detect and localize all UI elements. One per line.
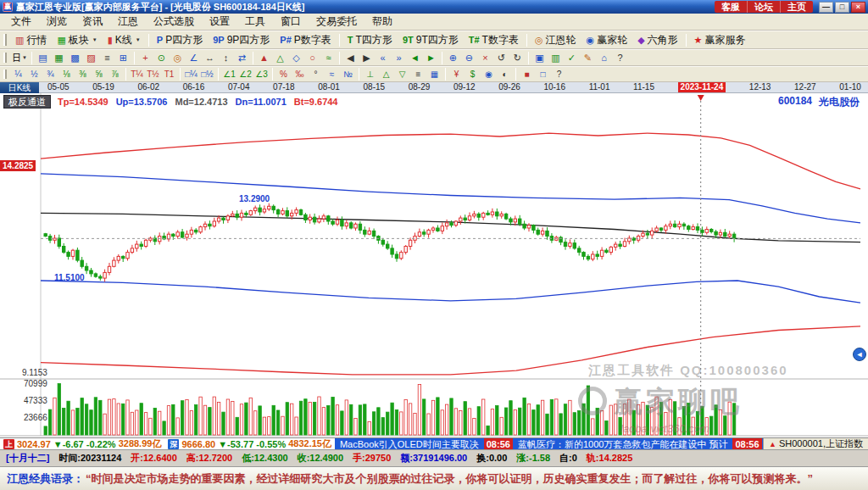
menu-item[interactable]: 江恩 [110, 13, 146, 31]
tool-icon-button[interactable]: ✓ ▼ [564, 51, 580, 65]
close-button[interactable]: × [851, 2, 865, 13]
current-symbol[interactable]: ▲ SH000001,上证指数 [763, 438, 868, 449]
toolbar-button[interactable]: T T四方形 ▼ [342, 32, 398, 48]
menu-item[interactable]: 工具 [237, 13, 273, 31]
quick-link[interactable]: 论坛 [748, 1, 781, 13]
toolbar-button[interactable]: ▦ 板块 ▼ [52, 32, 102, 48]
quick-link[interactable]: 客服 [715, 1, 748, 13]
toolbar-button[interactable]: T# T数字表 ▼ [464, 32, 524, 48]
news-item[interactable]: MacBook引入OLED时间主要取决 [335, 438, 484, 449]
tool-icon-button[interactable]: ▩ ▼ [67, 51, 83, 65]
tool-icon-button[interactable]: ⊕ ▼ [445, 51, 461, 65]
tool-icon-button[interactable]: ◇ ▼ [288, 51, 304, 65]
tool-icon-button[interactable]: ≈ ▼ [324, 68, 340, 81]
tool-icon-button[interactable]: □¼ ▼ [183, 68, 199, 81]
tool-icon-button[interactable]: ∠1 ▼ [221, 68, 237, 81]
tool-icon-button[interactable]: ⊞ ▼ [115, 51, 131, 65]
tool-icon-button[interactable]: ? ▼ [612, 51, 628, 65]
tool-icon-button[interactable]: ► ▼ [423, 51, 439, 65]
tool-icon-button[interactable]: ↺ ▼ [493, 51, 509, 65]
tool-icon-button[interactable]: ⅛ ▼ [58, 68, 75, 81]
tool-icon-button[interactable]: ↕ ▼ [218, 51, 234, 65]
tool-icon-button[interactable]: ◄ ▼ [407, 51, 423, 65]
tool-icon-button[interactable]: ↔ ▼ [202, 51, 218, 65]
toolbar-button[interactable]: 9T 9T四方形 ▼ [398, 32, 464, 48]
tool-icon-button[interactable]: ? ▼ [551, 68, 567, 81]
tool-icon-button[interactable]: ⅝ ▼ [91, 68, 107, 81]
tool-icon-button[interactable]: △ ▼ [272, 51, 288, 65]
tool-icon-button[interactable]: ▶ ▼ [359, 51, 375, 65]
tool-icon-button[interactable]: ◉ ▼ [481, 68, 497, 81]
tool-icon-button[interactable]: ≈ ▼ [320, 51, 337, 65]
menu-item[interactable]: 帮助 [364, 13, 400, 31]
tool-icon-button[interactable]: ▣ ▼ [531, 51, 548, 65]
tool-icon-button[interactable]: ▦ ▼ [51, 51, 67, 65]
tool-icon-button[interactable]: ▤ ▼ [35, 51, 51, 65]
toolbar-button[interactable]: P P四方形 ▼ [152, 32, 208, 48]
tool-icon-button[interactable]: ¥ ▼ [448, 68, 465, 81]
tool-icon-button[interactable]: ⊖ ▼ [461, 51, 477, 65]
tool-icon-button[interactable]: ∠2 ▼ [237, 68, 253, 81]
tool-icon-button[interactable]: ■ ▼ [519, 68, 535, 81]
menu-item[interactable]: 浏览 [39, 13, 75, 31]
tool-icon-button[interactable]: ≡ ▼ [410, 68, 426, 81]
tool-icon-button[interactable]: + ▼ [137, 51, 153, 65]
news-ticker[interactable]: MacBook引入OLED时间主要取决 08:56 蓝帆医疗：新的1000万套急… [335, 438, 763, 449]
collapse-panel-button[interactable]: ◄ [853, 348, 866, 361]
tool-icon-button[interactable]: ◀ ▼ [342, 51, 359, 65]
tool-icon-button[interactable]: T½ ▼ [145, 68, 161, 81]
news-item[interactable]: 蓝帆医疗：新的1000万套急救包产能在建设中 预计 [513, 438, 733, 449]
toolbar-button[interactable]: ▮ K线 ▼ [103, 32, 146, 48]
menu-item[interactable]: 窗口 [273, 13, 309, 31]
toolbar-button[interactable]: ◎ 江恩轮 ▼ [530, 32, 581, 48]
menu-item[interactable]: 资讯 [75, 13, 110, 31]
tool-icon-button[interactable]: ∠ ▼ [186, 51, 202, 65]
toolbar-grip[interactable] [3, 34, 7, 46]
tool-icon-button[interactable]: « ▼ [375, 51, 391, 65]
menu-item[interactable]: 文件 [3, 13, 39, 31]
period-tab[interactable]: 日K线 [0, 82, 39, 93]
tool-icon-button[interactable]: % ▼ [275, 68, 292, 81]
tool-icon-button[interactable]: ⊙ ▼ [153, 51, 170, 65]
tool-icon-button[interactable]: ↻ ▼ [509, 51, 526, 65]
tool-icon-button[interactable]: » ▼ [391, 51, 407, 65]
kline-chart[interactable]: 极反通道 Tp=14.5349Up=13.5706Md=12.4713Dn=11… [0, 93, 868, 438]
tool-icon-button[interactable]: ⇄ ▼ [234, 51, 250, 65]
tool-icon-button[interactable]: □½ ▼ [199, 68, 215, 81]
tool-icon-button[interactable]: □ ▼ [535, 68, 551, 81]
tool-icon-button[interactable]: 日 ▼ [10, 51, 29, 65]
toolbar-grip[interactable] [3, 70, 7, 80]
menu-item[interactable]: 公式选股 [146, 13, 202, 31]
tool-icon-button[interactable]: ≡ ▼ [99, 51, 115, 65]
tool-icon-button[interactable]: ▥ ▼ [548, 51, 564, 65]
tool-icon-button[interactable]: △ ▼ [378, 68, 394, 81]
menu-item[interactable]: 设置 [202, 13, 237, 31]
indicator-name[interactable]: 极反通道 [3, 95, 51, 109]
tool-icon-button[interactable]: ▽ ▼ [394, 68, 410, 81]
tool-icon-button[interactable]: ▲ ▼ [256, 51, 272, 65]
toolbar-button[interactable]: ◆ 六角形 ▼ [632, 32, 682, 48]
tool-icon-button[interactable]: ∠3 ▼ [253, 68, 270, 81]
tool-icon-button[interactable]: ▦ ▼ [426, 68, 442, 81]
menu-item[interactable]: 交易委托 [309, 13, 364, 31]
quick-link[interactable]: 主页 [781, 1, 813, 13]
tool-icon-button[interactable]: ◐ ▼ [497, 68, 513, 81]
tool-icon-button[interactable]: ○ ▼ [304, 51, 320, 65]
tool-icon-button[interactable]: ⅜ ▼ [75, 68, 91, 81]
tool-icon-button[interactable]: ⅞ ▼ [107, 68, 123, 81]
tool-icon-button[interactable]: ‰ ▼ [292, 68, 308, 81]
minimize-button[interactable]: — [819, 2, 833, 13]
tool-icon-button[interactable]: $ ▼ [465, 68, 481, 81]
tool-icon-button[interactable]: T1 ▼ [161, 68, 177, 81]
tool-icon-button[interactable]: ½ ▼ [26, 68, 42, 81]
tool-icon-button[interactable]: T¼ ▼ [129, 68, 145, 81]
maximize-button[interactable]: □ [835, 2, 849, 13]
toolbar-button[interactable]: ★ 赢家服务 ▼ [689, 32, 751, 48]
tool-icon-button[interactable]: № ▼ [340, 68, 356, 81]
toolbar-button[interactable]: 9P 9P四方形 ▼ [208, 32, 275, 48]
tool-icon-button[interactable]: ⊥ ▼ [362, 68, 378, 81]
tool-icon-button[interactable]: ◎ ▼ [170, 51, 186, 65]
tool-icon-button[interactable]: × ▼ [477, 51, 493, 65]
tool-icon-button[interactable]: ° ▼ [308, 68, 324, 81]
tool-icon-button[interactable]: ¼ ▼ [10, 68, 26, 81]
